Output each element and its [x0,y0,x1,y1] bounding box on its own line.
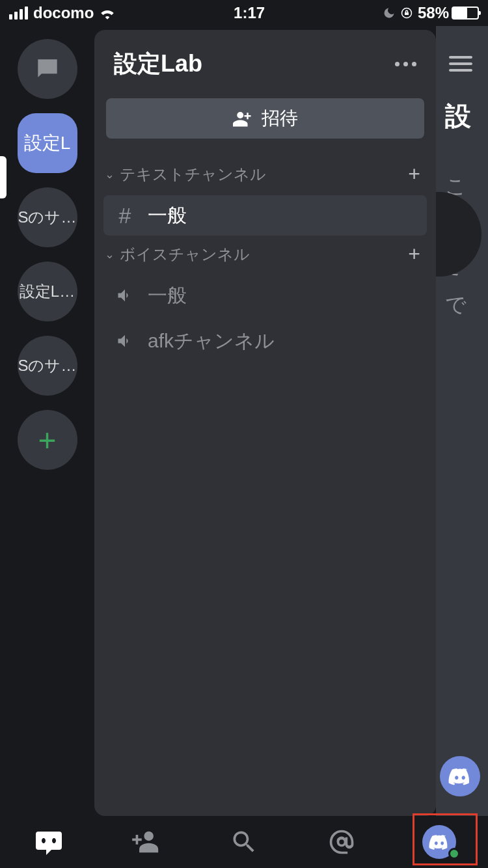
server-item[interactable]: Sのサ… [18,187,77,247]
status-bar: docomo 1:17 58% [0,0,488,26]
tab-mentions[interactable] [303,819,381,865]
discord-logo-icon [32,829,66,855]
chat-content-sliver[interactable]: 設 こ る さ で [436,26,488,816]
category-label: テキストチャンネル [120,164,266,185]
sliver-text: で [445,285,488,325]
category-header-voice[interactable]: ⌄ボイスチャンネル + [94,238,436,273]
voice-channel-item[interactable]: afkチャンネル [103,321,427,361]
channel-panel: 設定Lab 招待 ⌄テキストチャンネル + # 一般 ⌄ボイスチャンネル + 一… [94,30,436,816]
tab-friends[interactable] [107,819,185,865]
speaker-icon [114,286,136,305]
channel-name: 一般 [148,282,187,309]
text-channel-item[interactable]: # 一般 [103,195,427,236]
clock: 1:17 [234,4,265,22]
server-rail: 設定L Sのサ… 設定L… Sのサ… + [0,26,94,816]
friends-icon [132,829,161,855]
dm-button[interactable] [18,39,77,99]
server-label: Sのサ… [18,207,76,228]
sliver-title: 設 [445,91,488,141]
lock-icon [401,7,413,19]
at-icon [327,828,356,856]
moon-icon [383,7,396,20]
annotation-highlight [413,813,478,865]
voice-channel-item[interactable]: 一般 [103,275,427,316]
discord-icon [448,767,472,785]
speaker-icon [114,332,136,350]
tab-search[interactable] [205,819,283,865]
add-server-button[interactable]: + [18,410,77,470]
wifi-icon [99,7,116,20]
category-header-text[interactable]: ⌄テキストチャンネル + [94,158,436,193]
channel-name: 一般 [148,202,187,229]
channel-name: afkチャンネル [148,328,275,355]
invite-label: 招待 [262,106,298,131]
active-server-indicator [0,156,7,198]
add-channel-button[interactable]: + [408,162,420,186]
tab-home[interactable] [10,819,88,865]
server-label: 設定L [24,131,71,156]
category-label: ボイスチャンネル [120,244,250,265]
invite-button[interactable]: 招待 [106,98,424,139]
server-label: Sのサ… [18,355,76,376]
more-options-button[interactable] [395,62,416,66]
server-item[interactable]: Sのサ… [18,336,77,396]
server-item[interactable]: 設定L… [18,262,77,321]
battery-percent: 58% [418,4,449,22]
discord-avatar[interactable] [440,756,480,796]
hash-icon: # [114,203,136,228]
add-channel-button[interactable]: + [408,242,420,266]
person-add-icon [233,110,252,127]
battery-icon [452,7,479,20]
chevron-down-icon: ⌄ [105,247,115,262]
carrier-label: docomo [33,4,94,22]
menu-icon[interactable] [449,52,472,75]
server-label: 設定L… [20,281,75,302]
server-title[interactable]: 設定Lab [114,48,202,80]
chat-icon [33,55,62,83]
chevron-down-icon: ⌄ [105,167,115,182]
server-item-active[interactable]: 設定L [18,113,77,173]
signal-icon [9,7,28,20]
search-icon [230,828,258,856]
